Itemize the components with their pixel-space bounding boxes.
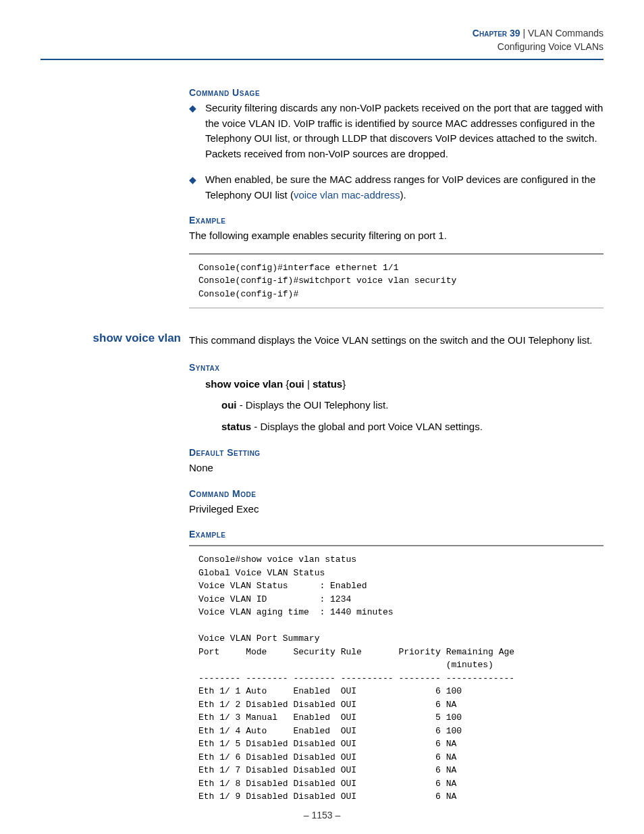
syntax-head: Syntax (189, 362, 603, 373)
command-mode-val: Privileged Exec (189, 502, 603, 517)
example-head-2: Example (189, 529, 603, 540)
syntax-param-2: status - Displays the global and port Vo… (221, 418, 603, 436)
syntax-line: show voice vlan {oui | status} (205, 375, 603, 393)
command-usage-head: Command Usage (189, 87, 603, 98)
param-status: status (221, 421, 251, 432)
syntax-param-1: oui - Displays the OUI Telephony list. (221, 396, 603, 414)
example-head-1: Example (189, 215, 603, 226)
default-setting-head: Default Setting (189, 447, 603, 458)
page-footer: – 1153 – (0, 810, 644, 820)
param-status-desc: - Displays the global and port Voice VLA… (251, 421, 483, 432)
command-name: show voice vlan (41, 332, 189, 345)
header-rule (41, 59, 603, 60)
header-subtopic: Configuring Voice VLANs (41, 41, 603, 54)
voice-vlan-mac-link[interactable]: voice vlan mac-address (294, 189, 400, 201)
usage-bullet-2-text-b: ). (400, 189, 406, 201)
syntax-opt1: oui (289, 378, 304, 390)
command-row: show voice vlan This command displays th… (41, 332, 603, 804)
usage-bullet-1: Security filtering discards any non-VoIP… (189, 101, 603, 161)
page-header: Chapter 39 | VLAN Commands Configuring V… (41, 27, 603, 53)
chapter-label: Chapter 39 (473, 28, 520, 38)
command-body: This command displays the Voice VLAN set… (189, 332, 603, 804)
page: Chapter 39 | VLAN Commands Configuring V… (0, 0, 644, 834)
header-topic: VLAN Commands (528, 28, 603, 38)
param-oui: oui (221, 399, 237, 411)
usage-bullet-1-text: Security filtering discards any non-VoIP… (205, 102, 603, 159)
header-divider: | (520, 28, 528, 38)
usage-list: Security filtering discards any non-VoIP… (189, 101, 603, 203)
brace-close: } (342, 378, 346, 390)
example-intro: The following example enables security f… (189, 228, 603, 244)
syntax-opt2: status (313, 378, 342, 390)
default-setting-val: None (189, 461, 603, 476)
usage-bullet-2: When enabled, be sure the MAC address ra… (189, 172, 603, 203)
content-area: Command Usage Security filtering discard… (189, 87, 603, 309)
code-block-1: Console(config)#interface ethernet 1/1 C… (189, 253, 603, 309)
command-mode-head: Command Mode (189, 488, 603, 499)
brace-open: { (283, 378, 289, 390)
syntax-cmd: show voice vlan (205, 378, 283, 390)
command-desc: This command displays the Voice VLAN set… (189, 333, 603, 348)
code-block-2: Console#show voice vlan status Global Vo… (189, 545, 603, 804)
syntax-pipe: | (304, 378, 313, 390)
param-oui-desc: - Displays the OUI Telephony list. (237, 399, 389, 411)
